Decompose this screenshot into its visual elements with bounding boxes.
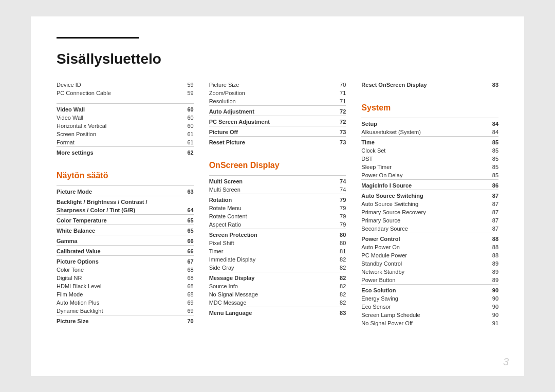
toc-label: Rotation [209,194,319,204]
table-row: Sleep Timer85 [361,163,498,171]
col1-section-table: Video Wall60Video Wall60Horizontal x Ver… [57,103,194,157]
toc-page: 71 [319,89,346,97]
table-row: Aspect Ratio79 [209,220,346,229]
table-row: Format61 [57,138,194,147]
toc-page: 87 [471,208,498,216]
table-row: Picture Mode63 [57,185,194,196]
table-row: Alkuasetukset (System)84 [361,128,498,137]
toc-page: 89 [471,268,498,276]
toc-page: 60 [166,114,193,122]
table-row: PC Module Power88 [361,251,498,259]
toc-label: Secondary Source [361,225,471,233]
toc-label: Reset OnScreen Display [361,81,471,89]
toc-page: 70 [319,81,346,89]
toc-page: 63 [166,185,193,196]
toc-label: Resolution [209,97,319,106]
toc-label: Picture Off [209,126,319,136]
col1-top-table: Device ID59PC Connection Cable59 [57,81,194,97]
toc-page: 81 [319,247,346,255]
table-row: Rotate Content79 [209,212,346,220]
toc-page: 85 [471,163,498,171]
toc-page: 88 [471,233,498,243]
toc-label: Screen Lamp Schedule [361,311,471,319]
column-2: Picture Size70Zoom/Position71Resolution7… [209,81,362,327]
toc-label: Primary Source [361,216,471,225]
table-row: Horizontal x Vertical60 [57,122,194,130]
toc-label: Primary Source Recovery [361,208,471,216]
toc-label: Pixel Shift [209,239,319,247]
table-row: Backlight / Brightness / Contrast / [57,196,194,206]
table-row: Network Standby89 [361,268,498,276]
table-row: Pixel Shift80 [209,239,346,247]
col2-main-table: Multi Screen74Multi Screen74Rotation79Ro… [209,175,346,317]
toc-page: 59 [166,81,193,89]
toc-page: 66 [166,245,193,255]
toc-label: Multi Screen [209,175,319,185]
toc-page: 90 [471,311,498,319]
toc-page: 79 [319,194,346,204]
toc-label: Auto Adjustment [209,105,319,116]
table-row: Primary Source87 [361,216,498,225]
toc-page: 80 [319,239,346,247]
table-row: Multi Screen74 [209,175,346,185]
table-row: DST85 [361,155,498,163]
toc-page: 69 [166,307,193,315]
page-number: 3 [503,356,509,368]
toc-page: 68 [166,290,193,298]
toc-label: PC Connection Cable [57,89,166,97]
table-row: Setup84 [361,118,498,128]
toc-page: 90 [471,303,498,311]
table-row: Power On Delay85 [361,171,498,180]
table-row: No Signal Power Off91 [361,319,498,327]
toc-page: 88 [471,251,498,259]
toc-page: 86 [471,179,498,190]
toc-page: 65 [166,225,193,235]
toc-label: Auto Source Switching [361,190,471,200]
col2-top-table: Picture Size70Zoom/Position71Resolution7… [209,81,346,146]
toc-label: Timer [209,247,319,255]
toc-page: 89 [471,259,498,268]
table-row: Time85 [361,136,498,146]
toc-label: Auto Motion Plus [57,298,166,307]
toc-page: 70 [166,315,193,325]
toc-page: 62 [166,146,193,157]
table-row: White Balance65 [57,225,194,235]
toc-label: Color Tone [57,266,166,274]
toc-page: 68 [166,274,193,282]
col3-top-table: Reset OnScreen Display83 [361,81,498,89]
toc-label: Power Control [361,233,471,243]
toc-label: Menu Language [209,307,319,317]
toc-page: 79 [319,204,346,212]
toc-label: DST [361,155,471,163]
toc-label: Sharpness / Color / Tint (G/R) [57,206,166,215]
table-row: PC Screen Adjustment72 [209,116,346,126]
table-row: Source Info82 [209,282,346,290]
toc-label: Video Wall [57,103,166,114]
toc-page: 90 [471,284,498,294]
toc-page: 68 [166,266,193,274]
toc-label: Picture Mode [57,185,166,196]
table-row: Resolution71 [209,97,346,106]
toc-page: 82 [319,255,346,264]
table-row: Dynamic Backlight69 [57,307,194,315]
table-row: Screen Protection80 [209,229,346,239]
toc-label: Standby Control [361,259,471,268]
toc-page: 66 [166,235,193,245]
table-row: Eco Solution90 [361,284,498,294]
table-row: Auto Power On88 [361,243,498,251]
toc-page: 91 [471,319,498,327]
toc-page: 80 [319,229,346,239]
toc-page: 73 [319,126,346,136]
table-row: Picture Options67 [57,255,194,266]
toc-page: 60 [166,122,193,130]
toc-label: Power Button [361,276,471,285]
toc-label: No Signal Power Off [361,319,471,327]
toc-page: 74 [319,185,346,194]
toc-label: PC Module Power [361,251,471,259]
table-row: Auto Adjustment72 [209,105,346,116]
toc-page: 61 [166,130,193,138]
toc-page: 79 [319,212,346,220]
columns-container: Device ID59PC Connection Cable59 Video W… [57,81,498,327]
toc-page: 82 [319,290,346,298]
table-row: Message Display82 [209,272,346,282]
